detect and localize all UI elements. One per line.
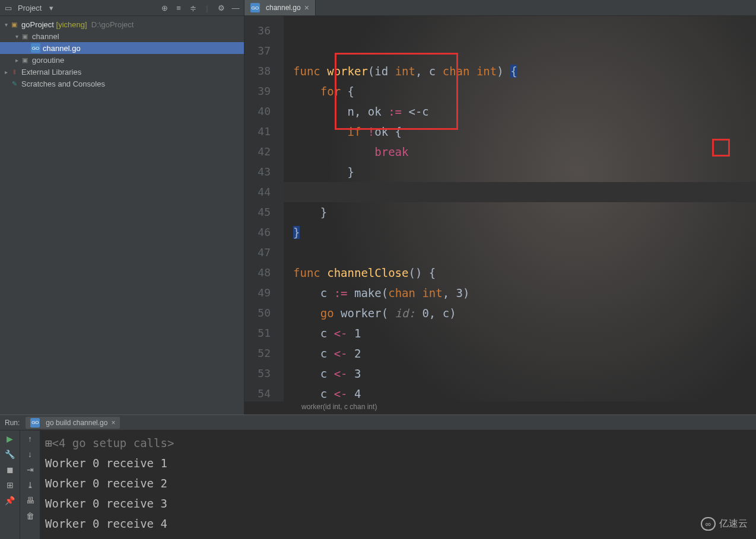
run-header: Run: GO go build channel.go × (0, 415, 756, 430)
expand-icon[interactable]: ≡ (174, 3, 183, 12)
hide-icon[interactable]: — (231, 3, 240, 12)
run-label: Run: (5, 419, 20, 427)
close-icon[interactable]: × (304, 3, 309, 12)
go-file-icon: GO (250, 3, 260, 12)
wrench-icon[interactable]: 🔧 (5, 449, 15, 459)
line-gutter: 36 37 38 39 40 41 42 43 44 45 46 47 48 4… (244, 16, 284, 401)
annotation-box-2 (712, 139, 730, 157)
project-tree[interactable]: ▣ goProject [yicheng] D:\goProject ▣ cha… (0, 16, 244, 414)
tab-label: channel.go (266, 4, 301, 12)
code-line-44[interactable]: } (293, 226, 300, 239)
code-line-40[interactable]: break (293, 145, 408, 158)
play-icon[interactable]: ▶ (7, 434, 13, 444)
folder-icon: ▣ (20, 55, 30, 65)
code-line-50[interactable]: c <- 2 (293, 347, 361, 360)
run-panel: Run: GO go build channel.go × ▶ 🔧 ◼ ⊞ 📌 … (0, 414, 756, 539)
tree-channel[interactable]: ▣ channel (0, 30, 244, 42)
chevron-right-icon[interactable] (13, 57, 20, 63)
node-label: channel (32, 32, 59, 41)
code-line-45[interactable] (293, 246, 300, 259)
close-icon[interactable]: × (111, 419, 115, 427)
editor-area: GO channel.go × 36 37 38 39 40 41 42 43 … (244, 0, 756, 414)
node-label: Scratches and Consoles (21, 79, 105, 88)
tab-channel-go[interactable]: GO channel.go × (244, 0, 316, 15)
sidebar-title[interactable]: Project (18, 4, 42, 12)
watermark-icon: ∞ (701, 517, 716, 531)
code-editor[interactable]: 36 37 38 39 40 41 42 43 44 45 46 47 48 4… (244, 16, 756, 401)
code-line-41[interactable]: } (293, 165, 354, 178)
run-tab[interactable]: GO go build channel.go × (26, 417, 120, 429)
trash-icon[interactable]: 🗑 (26, 511, 34, 521)
chevron-down-icon[interactable] (2, 21, 9, 28)
root-branch: [yicheng] (56, 20, 87, 29)
code-line-38[interactable]: n, ok := <-c (293, 105, 429, 118)
run-toolbar-1: ▶ 🔧 ◼ ⊞ 📌 (0, 430, 20, 539)
project-icon: ▭ (4, 3, 13, 12)
code-line-46[interactable]: func channelClose() { (293, 266, 436, 279)
dropdown-icon[interactable]: ▾ (46, 3, 56, 12)
tree-file-channel-go[interactable]: · GO channel.go (0, 42, 244, 54)
stop-icon[interactable]: ◼ (7, 465, 14, 474)
node-label: channel.go (43, 44, 81, 53)
current-line-highlight (284, 182, 756, 202)
watermark: ∞ 亿速云 (701, 517, 748, 531)
collapse-icon[interactable]: ≑ (188, 3, 198, 12)
root-path: D:\goProject (91, 20, 134, 29)
tree-root[interactable]: ▣ goProject [yicheng] D:\goProject (0, 18, 244, 30)
console-output[interactable]: ⊞<4 go setup calls> Worker 0 receive 1 W… (40, 430, 756, 539)
run-toolbar-2: ↑ ↓ ⇥ ⤓ 🖶 🗑 (20, 430, 40, 539)
code-line-39[interactable]: if !ok { (293, 125, 402, 138)
layout-icon[interactable]: ⊞ (7, 480, 14, 490)
gear-icon[interactable]: ⚙ (217, 3, 226, 12)
editor-tabs: GO channel.go × (244, 0, 756, 16)
print-icon[interactable]: 🖶 (26, 496, 34, 505)
tree-scratches[interactable]: · ✎ Scratches and Consoles (0, 78, 244, 90)
chevron-down-icon[interactable] (13, 33, 20, 40)
go-file-icon: GO (30, 418, 40, 428)
code-line-43[interactable]: } (293, 206, 327, 219)
code-line-52[interactable]: c <- 4 (293, 387, 361, 400)
scratches-icon: ✎ (9, 79, 19, 88)
tree-goroutine[interactable]: ▣ goroutine (0, 54, 244, 66)
node-label: goroutine (32, 56, 64, 65)
code-line-47[interactable]: c := make(chan int, 3) (293, 286, 469, 299)
watermark-text: 亿速云 (719, 518, 748, 530)
code-line-37[interactable]: for { (293, 85, 354, 98)
project-sidebar: ▭ Project ▾ ⊕ ≡ ≑ | ⚙ — ▣ goProject [yic… (0, 0, 244, 414)
pin-icon[interactable]: 📌 (5, 496, 15, 505)
root-name: goProject (21, 20, 54, 29)
breadcrumb[interactable]: worker(id int, c chan int) (244, 401, 756, 414)
code-line-49[interactable]: c <- 1 (293, 327, 361, 340)
libraries-icon: ⫴ (9, 67, 19, 76)
folder-icon: ▣ (20, 31, 30, 41)
down-icon[interactable]: ↓ (28, 449, 32, 459)
target-icon[interactable]: ⊕ (160, 3, 169, 12)
up-icon[interactable]: ↑ (28, 434, 32, 444)
code-line-36[interactable]: func worker(id int, c chan int) { (293, 65, 517, 78)
chevron-right-icon[interactable] (2, 69, 9, 75)
node-label: External Libraries (21, 68, 81, 76)
go-file-icon: GO (31, 43, 40, 53)
run-tab-label: go build channel.go (46, 419, 107, 427)
wrap-icon[interactable]: ⇥ (27, 465, 34, 474)
tree-external-libs[interactable]: ⫴ External Libraries (0, 66, 244, 78)
sidebar-header: ▭ Project ▾ ⊕ ≡ ≑ | ⚙ — (0, 0, 244, 16)
code-line-48[interactable]: go worker( id: 0, c) (293, 307, 456, 320)
scroll-icon[interactable]: ⤓ (27, 480, 34, 490)
folder-icon: ▣ (9, 20, 19, 29)
code-line-51[interactable]: c <- 3 (293, 367, 361, 380)
divider: | (202, 3, 212, 12)
